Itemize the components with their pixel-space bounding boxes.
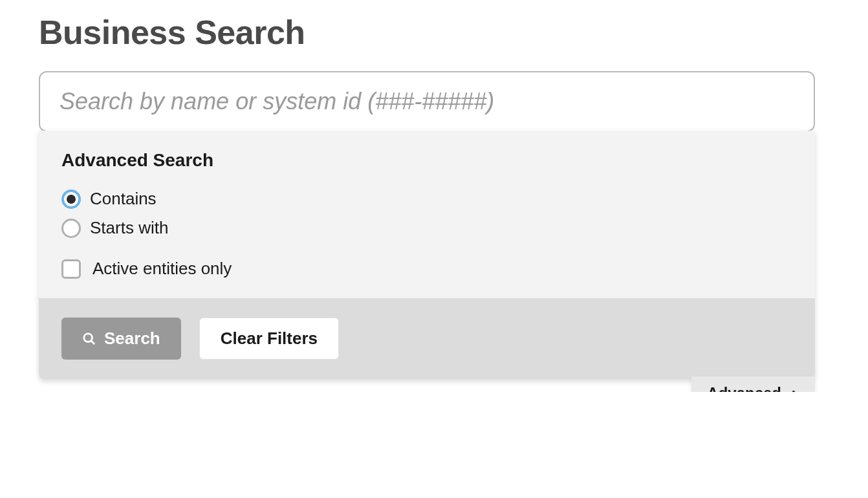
svg-point-0 xyxy=(84,333,92,341)
clear-filters-label: Clear Filters xyxy=(221,329,318,349)
button-bar: Search Clear Filters xyxy=(39,298,815,379)
radio-label: Starts with xyxy=(90,218,168,238)
search-button-label: Search xyxy=(104,329,160,349)
match-type-radio-group: Contains Starts with xyxy=(61,189,792,238)
search-icon xyxy=(82,332,96,346)
checkbox-active-entities[interactable]: Active entities only xyxy=(61,259,792,279)
clear-filters-button[interactable]: Clear Filters xyxy=(199,318,339,360)
checkbox-icon xyxy=(61,259,81,279)
advanced-search-heading: Advanced Search xyxy=(61,150,792,171)
chevron-up-icon xyxy=(788,387,799,392)
page-title: Business Search xyxy=(39,13,829,52)
search-container: Advanced Search Contains Starts with Act… xyxy=(39,71,815,379)
search-input[interactable] xyxy=(39,71,815,132)
svg-line-1 xyxy=(91,340,95,344)
advanced-search-panel: Advanced Search Contains Starts with Act… xyxy=(39,131,815,379)
radio-icon xyxy=(61,219,81,238)
advanced-toggle-tab[interactable]: Advanced xyxy=(691,376,815,392)
radio-option-contains[interactable]: Contains xyxy=(61,189,792,209)
search-button[interactable]: Search xyxy=(61,318,181,360)
advanced-tab-label: Advanced xyxy=(707,384,781,392)
radio-option-starts-with[interactable]: Starts with xyxy=(61,218,792,238)
radio-label: Contains xyxy=(90,189,157,209)
radio-icon xyxy=(61,189,81,209)
checkbox-label: Active entities only xyxy=(92,259,232,279)
advanced-content: Advanced Search Contains Starts with Act… xyxy=(39,131,815,298)
